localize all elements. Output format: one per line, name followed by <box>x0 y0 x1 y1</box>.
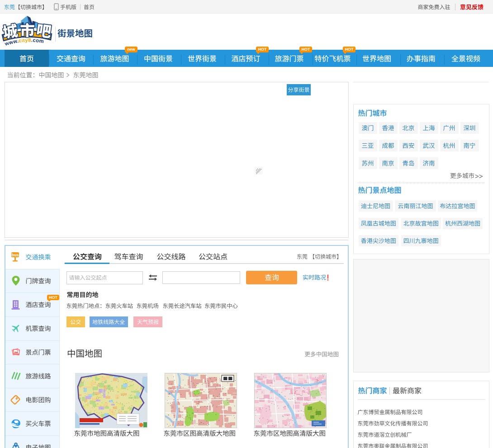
svg-text:bus: bus <box>11 253 19 257</box>
